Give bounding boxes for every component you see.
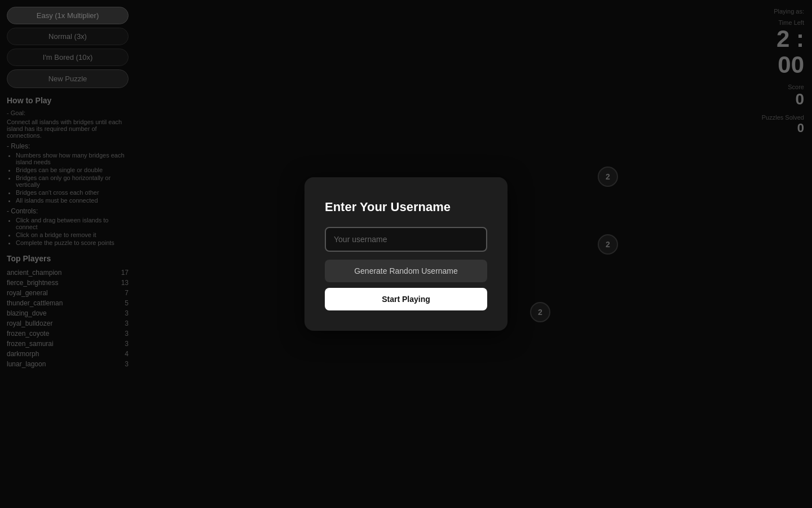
- modal-overlay: Enter Your Username Generate Random User…: [0, 0, 812, 508]
- generate-username-button[interactable]: Generate Random Username: [325, 260, 487, 282]
- start-playing-button[interactable]: Start Playing: [325, 288, 487, 310]
- modal-title: Enter Your Username: [325, 200, 487, 214]
- modal-dialog: Enter Your Username Generate Random User…: [304, 177, 508, 331]
- username-input[interactable]: [325, 227, 487, 252]
